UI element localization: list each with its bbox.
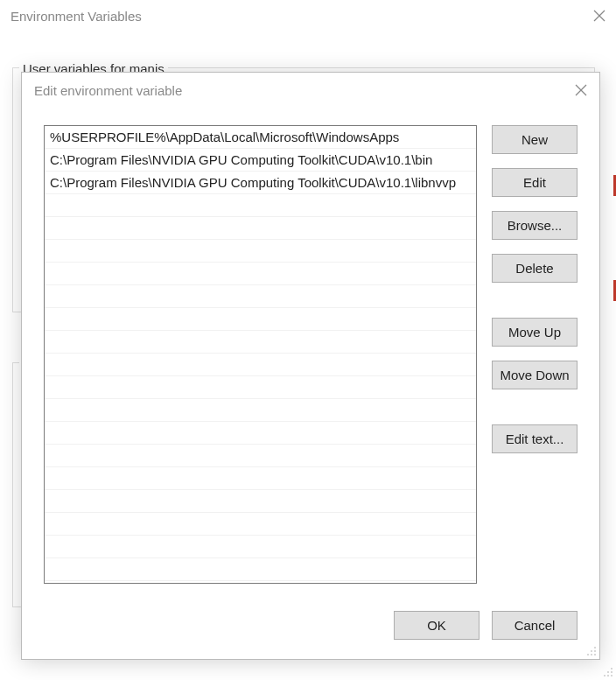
close-icon[interactable] (575, 84, 587, 96)
edit-environment-variable-dialog: Edit environment variable %USERPROFILE%\… (21, 72, 600, 660)
ok-button[interactable]: OK (394, 611, 480, 640)
cancel-button[interactable]: Cancel (492, 611, 578, 640)
list-item[interactable]: C:\Program Files\NVIDIA GPU Computing To… (45, 172, 476, 194)
svg-point-14 (591, 654, 592, 655)
dialog-title: Edit environment variable (34, 83, 182, 98)
list-item (45, 263, 476, 285)
list-item (45, 285, 476, 308)
list-item (45, 354, 476, 376)
list-item (45, 399, 476, 422)
svg-point-2 (611, 668, 612, 669)
resize-grip-icon[interactable] (600, 664, 614, 678)
edit-button[interactable]: Edit (492, 168, 578, 197)
svg-point-13 (587, 654, 589, 655)
path-entries-list[interactable]: %USERPROFILE%\AppData\Local\Microsoft\Wi… (44, 125, 477, 584)
list-item[interactable]: C:\Program Files\NVIDIA GPU Computing To… (45, 149, 476, 172)
list-item (45, 467, 476, 490)
browse-button[interactable]: Browse... (492, 211, 578, 240)
list-item (45, 558, 476, 581)
list-item (45, 422, 476, 445)
edit-text-button[interactable]: Edit text... (492, 424, 578, 453)
delete-button[interactable]: Delete (492, 254, 578, 283)
svg-point-5 (604, 675, 606, 676)
list-item (45, 490, 476, 513)
list-item (45, 445, 476, 467)
svg-point-11 (591, 650, 592, 652)
list-item (45, 240, 476, 263)
close-icon[interactable] (593, 10, 606, 22)
new-button[interactable]: New (492, 125, 578, 154)
move-down-button[interactable]: Move Down (492, 361, 578, 389)
list-item (45, 536, 476, 558)
svg-point-4 (611, 671, 612, 673)
list-item (45, 331, 476, 354)
svg-point-6 (607, 675, 609, 676)
parent-window-title: Environment Variables (10, 9, 142, 24)
list-item (45, 308, 476, 331)
list-item (45, 217, 476, 240)
svg-point-7 (611, 675, 612, 676)
svg-point-12 (594, 650, 596, 652)
svg-point-3 (607, 671, 609, 673)
list-item (45, 513, 476, 536)
resize-grip-icon[interactable] (584, 643, 598, 657)
svg-point-15 (594, 654, 596, 655)
list-item[interactable]: %USERPROFILE%\AppData\Local\Microsoft\Wi… (45, 126, 476, 149)
list-item (45, 376, 476, 399)
svg-point-10 (594, 647, 596, 648)
move-up-button[interactable]: Move Up (492, 318, 578, 347)
list-item (45, 194, 476, 217)
